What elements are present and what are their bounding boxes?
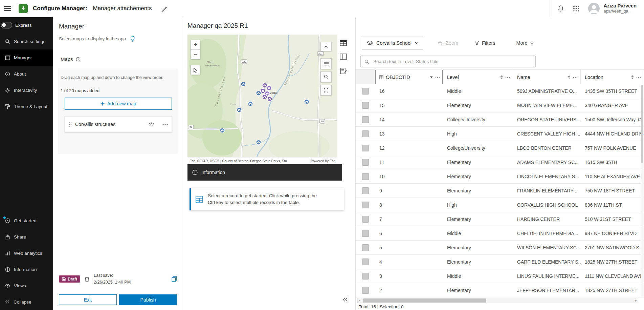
sidebar-item-search-settings[interactable]: Search settings bbox=[0, 33, 53, 49]
sidebar-item-web-analytics[interactable]: Web analytics bbox=[0, 245, 53, 261]
select-tool-button[interactable] bbox=[191, 65, 200, 75]
horizontal-scrollbar-thumb[interactable] bbox=[363, 298, 486, 303]
row-checkbox[interactable] bbox=[362, 259, 369, 265]
column-header-location[interactable]: Location bbox=[581, 70, 644, 84]
publish-button[interactable]: Publish bbox=[119, 294, 177, 305]
table-row[interactable]: 15 Elementary MOUNTAIN VIEW ELEME... 340… bbox=[356, 98, 644, 112]
table-row[interactable]: 2 Elementary JEFFERSON ELEMENTAR... 1825… bbox=[356, 283, 644, 297]
column-header-level[interactable]: Level bbox=[443, 70, 513, 84]
row-checkbox[interactable] bbox=[362, 145, 369, 151]
map-item-options-icon[interactable] bbox=[162, 124, 168, 125]
table-row[interactable]: 7 Elementary HARDING CENTER 510 W 31ST S… bbox=[356, 212, 644, 226]
vertical-scrollbar[interactable] bbox=[641, 84, 644, 296]
table-row[interactable]: 10 Elementary LINCOLN ELEMENTARY S... 11… bbox=[356, 169, 644, 184]
map-search-button[interactable] bbox=[320, 71, 332, 82]
form-view-icon[interactable] bbox=[340, 67, 347, 74]
table-view-icon[interactable] bbox=[340, 40, 347, 46]
table-row[interactable]: 8 High CORVALLIS HIGH SCHOOL 836 NW 11TH… bbox=[356, 198, 644, 212]
row-checkbox[interactable] bbox=[362, 287, 369, 294]
row-checkbox[interactable] bbox=[362, 230, 369, 237]
row-checkbox-cell bbox=[356, 241, 375, 254]
vertical-scrollbar-thumb[interactable] bbox=[641, 85, 643, 163]
scroll-left-arrow[interactable]: ◂ bbox=[359, 299, 360, 302]
filters-button[interactable]: Filters bbox=[474, 40, 495, 46]
row-checkbox[interactable] bbox=[362, 173, 369, 180]
row-checkbox[interactable] bbox=[362, 130, 369, 137]
user-menu[interactable]: Aziza Parveen aparveen_qa bbox=[588, 3, 637, 14]
select-all-header-cell[interactable] bbox=[356, 70, 375, 84]
column-menu-icon[interactable] bbox=[505, 77, 510, 78]
layer-select-dropdown[interactable]: Corvallis School bbox=[362, 37, 423, 50]
sidebar-item-theme-layout[interactable]: Theme & Layout bbox=[0, 98, 53, 115]
table-row[interactable]: 16 Middle 509J ADMINISTRATIVE O... 1435 … bbox=[356, 84, 644, 98]
horizontal-scrollbar[interactable]: ◂ ▸ bbox=[357, 298, 638, 303]
sidebar-item-manager[interactable]: Manager bbox=[0, 49, 53, 66]
row-checkbox[interactable] bbox=[362, 88, 369, 95]
map-list-item[interactable]: Corvallis structures bbox=[65, 116, 172, 132]
header-actions: Aziza Parveen aparveen_qa bbox=[550, 0, 644, 17]
legend-list-button[interactable] bbox=[320, 58, 332, 69]
information-panel-header[interactable]: Information bbox=[187, 164, 342, 181]
sidebar-item-views[interactable]: Views bbox=[0, 277, 53, 294]
row-checkbox[interactable] bbox=[362, 216, 369, 223]
maps-info-icon[interactable] bbox=[76, 57, 81, 62]
zoom-in-button[interactable]: + bbox=[191, 40, 200, 50]
table-row[interactable]: 9 Elementary FRANKLIN ELEMENTARY ... 750… bbox=[356, 184, 644, 198]
preview-app-title: Manager qa 2025 R1 bbox=[187, 22, 248, 29]
sort-caret-icon[interactable] bbox=[430, 76, 433, 78]
table-row[interactable]: 11 Elementary ADAMS ELEMENTARY SC... 161… bbox=[356, 155, 644, 169]
row-checkbox[interactable] bbox=[362, 116, 369, 123]
zoom-out-button[interactable]: − bbox=[191, 49, 200, 59]
column-menu-icon[interactable] bbox=[636, 77, 641, 78]
table-row[interactable]: 5 Elementary WILSON ELEMENTARY SC... 270… bbox=[356, 241, 644, 255]
exit-button[interactable]: Exit bbox=[59, 294, 117, 305]
hamburger-menu-icon[interactable] bbox=[4, 6, 11, 11]
collapse-panel-chevrons[interactable] bbox=[343, 297, 348, 302]
table-row[interactable]: 6 Middle CHELDELIN INTERMEDIA... 987 NE … bbox=[356, 226, 644, 241]
row-checkbox[interactable] bbox=[362, 244, 369, 251]
column-header-name[interactable]: Name bbox=[513, 70, 581, 84]
table-row[interactable]: 14 College/University OREGON STATE UNIVE… bbox=[356, 112, 644, 127]
column-menu-icon[interactable] bbox=[435, 77, 440, 78]
collapse-tools-chevron-button[interactable] bbox=[320, 42, 332, 51]
column-header-objectid[interactable]: OBJECTID bbox=[375, 70, 443, 84]
table-row[interactable]: 12 College/University LBCC BENTON CENTER… bbox=[356, 141, 644, 155]
zoom-to-selection-button[interactable]: Zoom bbox=[438, 40, 458, 46]
map-canvas[interactable]: 223 221 20 34 Siletz Reservation Coastal… bbox=[187, 35, 337, 157]
sidebar-item-interactivity[interactable]: Interactivity bbox=[0, 82, 53, 98]
table-row[interactable]: 3 Middle LINUS PAULING INTERME... 1111 N… bbox=[356, 269, 644, 283]
sort-arrows-icon[interactable] bbox=[631, 75, 634, 79]
sidebar-item-get-started[interactable]: Get started bbox=[0, 212, 53, 229]
delete-draft-trash-icon[interactable] bbox=[85, 276, 89, 282]
express-toggle[interactable] bbox=[1, 22, 12, 28]
row-checkbox[interactable] bbox=[362, 159, 369, 166]
row-checkbox[interactable] bbox=[362, 187, 369, 194]
app-launcher-grid-icon[interactable] bbox=[573, 5, 579, 12]
sidebar-item-about[interactable]: About bbox=[0, 66, 53, 82]
fullscreen-button[interactable] bbox=[320, 85, 332, 96]
row-checkbox[interactable] bbox=[362, 273, 369, 280]
scroll-right-arrow[interactable]: ▸ bbox=[635, 299, 637, 302]
sidebar-collapse-button[interactable]: Collapse bbox=[0, 294, 53, 310]
sidebar-item-share[interactable]: Share bbox=[0, 229, 53, 245]
row-checkbox[interactable] bbox=[362, 102, 369, 109]
more-menu-button[interactable]: More bbox=[516, 40, 534, 46]
table-row[interactable]: 4 Elementary GARFIELD ELEMENTARY S... 18… bbox=[356, 255, 644, 269]
drag-handle-icon[interactable] bbox=[69, 122, 72, 127]
add-new-map-button[interactable]: Add new map bbox=[65, 98, 172, 110]
maps-label: Maps bbox=[61, 56, 73, 62]
edit-title-pencil-icon[interactable] bbox=[161, 6, 167, 12]
side-panel-view-icon[interactable] bbox=[340, 54, 347, 60]
duplicate-app-icon[interactable] bbox=[172, 276, 177, 282]
row-checkbox[interactable] bbox=[362, 202, 369, 208]
sort-arrows-icon[interactable] bbox=[568, 75, 571, 79]
search-icon bbox=[364, 59, 369, 64]
table-search-input[interactable] bbox=[373, 59, 532, 64]
notifications-bell-icon[interactable] bbox=[557, 5, 564, 12]
column-menu-icon[interactable] bbox=[573, 77, 578, 78]
visibility-eye-icon[interactable] bbox=[149, 122, 154, 126]
lightbulb-tip-icon[interactable] bbox=[130, 36, 135, 42]
sort-arrows-icon[interactable] bbox=[500, 75, 503, 79]
table-row[interactable]: 13 High CRESCENT VALLEY HIGH ... 4444 NW… bbox=[356, 127, 644, 141]
sidebar-item-information[interactable]: Information bbox=[0, 261, 53, 277]
